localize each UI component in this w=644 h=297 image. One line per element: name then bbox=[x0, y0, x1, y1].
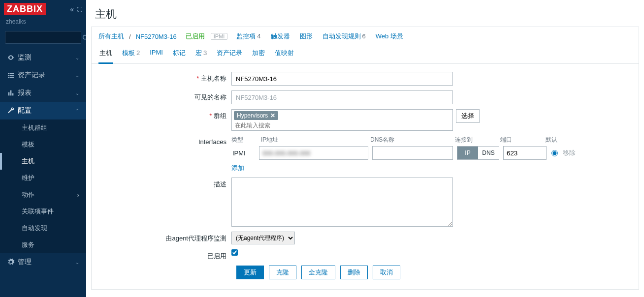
status-enabled: 已启用 bbox=[186, 32, 205, 41]
subnav-hosts[interactable]: 主机 bbox=[0, 153, 86, 170]
chevron-down-icon: ⌄ bbox=[75, 73, 79, 78]
iface-remove-link[interactable]: 移除 bbox=[563, 148, 576, 157]
search-input[interactable] bbox=[8, 34, 82, 41]
svg-rect-9 bbox=[8, 92, 10, 96]
nav-configuration[interactable]: 配置 ⌃ bbox=[0, 102, 86, 119]
iface-default-radio[interactable] bbox=[551, 150, 558, 156]
label-proxy: 由agent代理程序监测 bbox=[98, 232, 231, 243]
iface-ip-input[interactable]: 000.000.000.000 bbox=[259, 146, 368, 160]
chevron-right-icon: › bbox=[77, 191, 79, 199]
svg-rect-7 bbox=[8, 77, 9, 78]
nav-inventory[interactable]: 资产记录 ⌄ bbox=[0, 66, 86, 84]
enabled-checkbox[interactable] bbox=[231, 249, 238, 256]
tab-encryption[interactable]: 加密 bbox=[251, 46, 266, 63]
crumb-separator: / bbox=[126, 33, 134, 40]
subnav-correlation[interactable]: 关联项事件 bbox=[0, 203, 86, 220]
list-icon bbox=[7, 71, 18, 79]
logo: ZABBIX bbox=[4, 3, 46, 15]
crumb-items[interactable]: 监控项4 bbox=[236, 32, 260, 41]
tab-macros[interactable]: 宏3 bbox=[194, 46, 208, 63]
nav-monitoring[interactable]: 监测 ⌄ bbox=[0, 49, 86, 66]
iface-dns-input[interactable] bbox=[372, 146, 453, 160]
interfaces-header: 类型 IP地址 DNS名称 连接到 端口 默认 bbox=[231, 136, 576, 144]
eye-icon bbox=[7, 54, 18, 61]
full-clone-button[interactable]: 全克隆 bbox=[301, 266, 335, 279]
crumb-web[interactable]: Web 场景 bbox=[376, 32, 403, 41]
page-title: 主机 bbox=[86, 0, 644, 27]
subnav-label: 动作 bbox=[22, 190, 77, 199]
group-chip-label: Hypervisors bbox=[237, 112, 268, 119]
label-enabled: 已启用 bbox=[98, 249, 231, 261]
subnav-actions[interactable]: 动作 › bbox=[0, 186, 86, 203]
chevron-down-icon: ⌄ bbox=[75, 260, 79, 265]
connect-to-toggle[interactable]: IP DNS bbox=[457, 146, 499, 160]
chevron-up-icon: ⌃ bbox=[75, 108, 79, 114]
crumb-graphs[interactable]: 图形 bbox=[300, 32, 313, 41]
chevron-down-icon: ⌄ bbox=[75, 55, 79, 60]
subnav-maintenance[interactable]: 维护 bbox=[0, 170, 86, 186]
tab-host[interactable]: 主机 bbox=[98, 46, 113, 64]
description-textarea[interactable] bbox=[231, 178, 453, 227]
subnav-services[interactable]: 服务 bbox=[0, 237, 86, 253]
clone-button[interactable]: 克隆 bbox=[269, 266, 296, 279]
tab-inventory[interactable]: 资产记录 bbox=[216, 46, 243, 63]
toggle-ip[interactable]: IP bbox=[457, 147, 478, 159]
interface-row: IPMI 000.000.000.000 IP DNS 移除 bbox=[231, 146, 576, 160]
gear-icon bbox=[7, 258, 18, 266]
subnav-host-groups[interactable]: 主机群组 bbox=[0, 119, 86, 136]
main-content: 主机 所有主机 / NF5270M3-16 已启用 IPMI 监控项4 触发器 … bbox=[86, 0, 644, 297]
nav-label: 资产记录 bbox=[18, 71, 75, 80]
update-button[interactable]: 更新 bbox=[236, 266, 264, 279]
chevron-down-icon: ⌄ bbox=[75, 90, 79, 96]
groups-field[interactable]: Hypervisors ✕ bbox=[231, 109, 453, 131]
collapse-icon[interactable]: « bbox=[70, 5, 74, 13]
user-name: zhealks bbox=[0, 18, 86, 29]
svg-rect-6 bbox=[9, 75, 14, 76]
tab-templates[interactable]: 模板2 bbox=[121, 46, 141, 63]
iface-port-input[interactable] bbox=[503, 146, 547, 160]
svg-rect-4 bbox=[9, 73, 14, 74]
toggle-dns[interactable]: DNS bbox=[478, 147, 499, 159]
tab-ipmi[interactable]: IPMI bbox=[149, 46, 164, 63]
add-interface-link[interactable]: 添加 bbox=[231, 164, 244, 172]
proxy-select[interactable]: (无agent代理程序) bbox=[231, 232, 295, 244]
input-host-name[interactable] bbox=[231, 72, 453, 86]
svg-rect-3 bbox=[8, 73, 9, 74]
label-host-name: 主机名称 bbox=[98, 72, 231, 83]
svg-rect-5 bbox=[8, 75, 9, 76]
group-chip: Hypervisors ✕ bbox=[234, 111, 278, 120]
label-description: 描述 bbox=[98, 178, 231, 189]
crumb-discovery[interactable]: 自动发现规则6 bbox=[322, 32, 366, 41]
breadcrumb: 所有主机 / NF5270M3-16 已启用 IPMI 监控项4 触发器 图形 … bbox=[92, 27, 639, 41]
label-visible-name: 可见的名称 bbox=[98, 90, 231, 102]
svg-point-2 bbox=[10, 57, 12, 59]
crumb-all-hosts[interactable]: 所有主机 bbox=[98, 32, 124, 41]
label-groups: 群组 bbox=[98, 109, 231, 120]
crumb-triggers[interactable]: 触发器 bbox=[271, 32, 290, 41]
subnav-templates[interactable]: 模板 bbox=[0, 136, 86, 153]
nav-label: 配置 bbox=[18, 106, 75, 115]
tag-ipmi: IPMI bbox=[211, 33, 228, 40]
expand-icon[interactable]: ⛶ bbox=[77, 6, 82, 12]
label-interfaces: Interfaces bbox=[98, 136, 231, 146]
input-visible-name[interactable] bbox=[231, 90, 453, 104]
remove-group-icon[interactable]: ✕ bbox=[270, 112, 275, 119]
sidebar-search[interactable] bbox=[5, 31, 81, 44]
svg-rect-10 bbox=[10, 90, 12, 96]
group-search-input[interactable] bbox=[234, 120, 451, 129]
select-groups-button[interactable]: 选择 bbox=[456, 109, 480, 123]
tab-tags[interactable]: 标记 bbox=[172, 46, 187, 63]
tab-valuemaps[interactable]: 值映射 bbox=[274, 46, 295, 63]
iface-type: IPMI bbox=[231, 149, 259, 157]
nav-reports[interactable]: 报表 ⌄ bbox=[0, 84, 86, 102]
nav-administration[interactable]: 管理 ⌄ bbox=[0, 253, 86, 271]
cancel-button[interactable]: 取消 bbox=[373, 266, 400, 279]
nav-label: 报表 bbox=[18, 89, 75, 97]
sidebar: ZABBIX « ⛶ zhealks 监测 ⌄ 资产记录 ⌄ bbox=[0, 0, 86, 297]
nav-label: 管理 bbox=[18, 258, 75, 267]
subnav-discovery[interactable]: 自动发现 bbox=[0, 220, 86, 237]
svg-rect-8 bbox=[9, 77, 14, 78]
tabs: 主机 模板2 IPMI 标记 宏3 资产记录 加密 值映射 bbox=[92, 41, 639, 64]
delete-button[interactable]: 删除 bbox=[340, 266, 368, 279]
crumb-host[interactable]: NF5270M3-16 bbox=[136, 33, 177, 40]
